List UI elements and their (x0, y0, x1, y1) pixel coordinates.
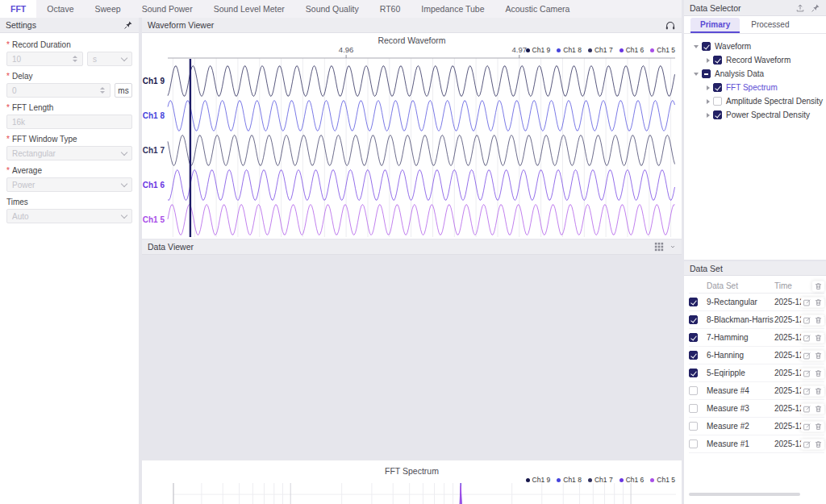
headphones-icon[interactable] (665, 20, 676, 31)
tab-sound-power[interactable]: Sound Power (131, 0, 203, 18)
legend-item-ch1-5[interactable]: Ch1 5 (650, 476, 675, 484)
edit-icon[interactable] (803, 369, 811, 377)
tab-acoustic-camera[interactable]: Acoustic Camera (495, 0, 581, 18)
row-checkbox[interactable] (689, 422, 698, 431)
record-waveform-plot[interactable]: 4.964.97Ch1 9Ch1 8Ch1 7Ch1 6Ch1 5 (142, 33, 682, 239)
tab-fft[interactable]: FFT (0, 0, 36, 18)
fft-spectrum-chart[interactable]: FFT Spectrum Ch1 9Ch1 8Ch1 7Ch1 6Ch1 5 0… (142, 460, 682, 504)
row-checkbox[interactable] (689, 351, 698, 360)
expand-arrow-icon[interactable] (707, 99, 710, 104)
tab-octave[interactable]: Octave (36, 0, 84, 18)
legend-item-ch1-6[interactable]: Ch1 6 (620, 46, 645, 54)
fft-length-input[interactable]: 16k (6, 115, 132, 129)
trash-icon[interactable] (814, 333, 823, 342)
row-checkbox[interactable] (689, 386, 698, 395)
tree-item-waveform[interactable]: Waveform (684, 40, 826, 53)
legend-item-ch1-7[interactable]: Ch1 7 (588, 476, 613, 484)
stepper-icon[interactable] (100, 87, 105, 94)
trash-icon[interactable] (814, 404, 823, 413)
edit-icon[interactable] (803, 386, 811, 395)
tree-item-record-waveform[interactable]: Record Waveform (684, 53, 826, 67)
svg-text:Ch1 6: Ch1 6 (143, 181, 165, 190)
row-checkbox[interactable] (689, 369, 698, 377)
legend-item-ch1-7[interactable]: Ch1 7 (588, 46, 613, 54)
dataset-row-8-blackman-harris[interactable]: 8-Blackman-Harris2025-12-31 17:0 (689, 311, 824, 329)
row-checkbox[interactable] (689, 333, 698, 342)
trash-icon[interactable] (814, 386, 823, 395)
grid-layout-icon[interactable] (654, 242, 664, 252)
record-duration-input[interactable]: 10 (6, 52, 83, 66)
dataset-row-6-hanning[interactable]: 6-Hanning2025-12-31 17:0 (689, 347, 824, 364)
delay-input[interactable]: 0 (6, 83, 111, 98)
tree-checkbox[interactable] (713, 83, 722, 92)
fft-window-type-select[interactable]: Rectangular (6, 146, 132, 160)
tree-checkbox[interactable] (702, 69, 711, 78)
expand-arrow-icon[interactable] (694, 45, 699, 48)
dataset-row-measure-2[interactable]: Measure #22025-12-31 15:2 (689, 418, 824, 435)
tree-item-analysis-data[interactable]: Analysis Data (684, 67, 826, 81)
tree-item-power-spectral-density[interactable]: Power Spectral Density (684, 108, 826, 122)
legend-item-ch1-9[interactable]: Ch1 9 (526, 476, 551, 484)
edit-icon[interactable] (803, 298, 811, 306)
dataset-row-5-eqiripple[interactable]: 5-Eqiripple2025-12-31 17:0 (689, 364, 824, 382)
tab-sound-level-meter[interactable]: Sound Level Meter (203, 0, 295, 18)
edit-icon[interactable] (803, 439, 811, 448)
dataset-row-7-hamming[interactable]: 7-Hamming2025-12-31 17:0 (689, 329, 824, 347)
legend-label: Ch1 8 (563, 476, 582, 484)
tab-sweep[interactable]: Sweep (85, 0, 131, 18)
edit-icon[interactable] (803, 315, 811, 324)
average-select[interactable]: Power (6, 177, 132, 192)
tree-checkbox[interactable] (713, 56, 722, 65)
expand-arrow-icon[interactable] (694, 73, 699, 76)
record-duration-unit-select[interactable]: s (87, 52, 132, 66)
pin-icon[interactable] (123, 20, 133, 30)
legend-item-ch1-8[interactable]: Ch1 8 (557, 476, 582, 484)
tree-item-label: Analysis Data (715, 69, 764, 78)
pin-icon[interactable] (811, 3, 820, 13)
tree-checkbox[interactable] (713, 97, 722, 106)
row-checkbox[interactable] (689, 404, 698, 413)
dataset-row-measure-3[interactable]: Measure #32025-12-31 15:5 (689, 400, 824, 418)
dataset-row-measure-4[interactable]: Measure #42025-12-31 15:5 (689, 382, 824, 400)
trash-icon[interactable] (814, 369, 823, 377)
trash-icon[interactable] (814, 422, 823, 431)
horizontal-scrollbar[interactable] (689, 493, 800, 496)
times-select[interactable]: Auto (6, 209, 132, 223)
legend-item-ch1-9[interactable]: Ch1 9 (526, 46, 551, 54)
trash-icon[interactable] (814, 298, 823, 306)
trash-icon[interactable] (814, 351, 823, 360)
tab-impedance-tube[interactable]: Impedance Tube (411, 0, 494, 18)
legend-item-ch1-5[interactable]: Ch1 5 (650, 46, 675, 54)
tab-sound-quality[interactable]: Sound Quality (295, 0, 369, 18)
chevron-down-icon[interactable] (670, 244, 676, 250)
expand-arrow-icon[interactable] (707, 113, 710, 118)
trash-icon[interactable] (814, 439, 823, 448)
tab-rt60[interactable]: RT60 (369, 0, 411, 18)
trash-icon[interactable] (814, 315, 823, 324)
delete-all-icon[interactable] (814, 281, 823, 290)
upload-icon[interactable] (795, 3, 805, 13)
edit-icon[interactable] (803, 333, 811, 342)
tree-item-fft-spectrum[interactable]: FFT Spectrum (684, 81, 826, 94)
expand-arrow-icon[interactable] (707, 58, 710, 63)
settings-panel: Settings *Record Duration 10 s *Delay 0 … (0, 18, 139, 504)
tree-item-label: Waveform (715, 42, 751, 51)
dataset-row-9-rectangular[interactable]: 9-Rectangular2025-12-31 17:0 (689, 294, 824, 311)
stepper-icon[interactable] (73, 56, 77, 62)
tree-item-amplitude-spectral-density[interactable]: Amplitude Spectral Density (684, 94, 826, 108)
tree-checkbox[interactable] (702, 42, 711, 51)
tree-checkbox[interactable] (713, 110, 722, 119)
edit-icon[interactable] (803, 351, 811, 360)
selector-tab-processed[interactable]: Processed (741, 18, 799, 33)
expand-arrow-icon[interactable] (707, 85, 710, 90)
edit-icon[interactable] (803, 422, 811, 431)
row-checkbox[interactable] (689, 315, 698, 324)
row-checkbox[interactable] (689, 439, 698, 448)
row-checkbox[interactable] (689, 298, 698, 306)
record-waveform-chart[interactable]: Record Waveform Ch1 9Ch1 8Ch1 7Ch1 6Ch1 … (142, 33, 682, 239)
legend-item-ch1-6[interactable]: Ch1 6 (620, 476, 645, 484)
dataset-row-measure-1[interactable]: Measure #12025-12-31 15:2 (689, 435, 824, 453)
edit-icon[interactable] (803, 404, 811, 413)
selector-tab-primary[interactable]: Primary (690, 18, 740, 33)
legend-item-ch1-8[interactable]: Ch1 8 (557, 46, 582, 54)
